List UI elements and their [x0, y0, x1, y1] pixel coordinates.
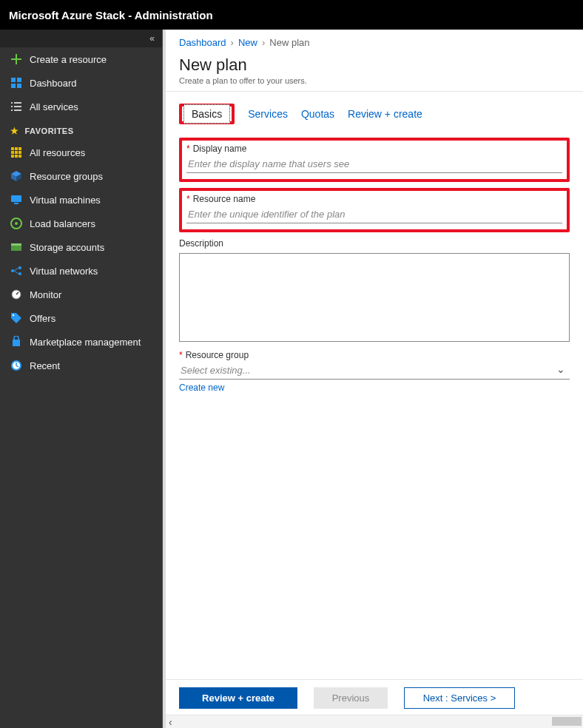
- resource-group-group: *Resource group Select existing... Creat…: [179, 350, 570, 393]
- display-name-input[interactable]: [186, 155, 562, 173]
- next-services-button[interactable]: Next : Services >: [404, 687, 515, 709]
- svg-rect-14: [15, 151, 18, 154]
- sidebar-item-storage-accounts[interactable]: Storage accounts: [0, 235, 162, 259]
- svg-rect-22: [11, 195, 21, 202]
- svg-rect-4: [11, 102, 13, 104]
- app-header: Microsoft Azure Stack - Administration: [0, 0, 583, 30]
- svg-rect-7: [14, 106, 21, 107]
- star-icon: ★: [10, 126, 19, 136]
- resource-name-label: *Resource name: [186, 194, 562, 204]
- tab-label: Basics: [183, 104, 230, 124]
- form-area: *Display name *Resource name Description…: [166, 124, 583, 679]
- favorites-label: FAVORITES: [25, 127, 74, 135]
- breadcrumb-current: New plan: [269, 37, 309, 48]
- tabs: Basics Services Quotas Review + create: [166, 92, 583, 124]
- select-placeholder: Select existing...: [181, 365, 251, 376]
- svg-rect-27: [11, 243, 21, 246]
- sidebar-all-services[interactable]: All services: [0, 95, 162, 118]
- svg-rect-10: [11, 147, 14, 150]
- storage-icon: [10, 241, 22, 253]
- display-name-group: *Display name: [179, 138, 570, 182]
- sidebar-item-virtual-machines[interactable]: Virtual machines: [0, 188, 162, 212]
- nav-label: All services: [30, 101, 78, 112]
- sidebar-item-recent[interactable]: Recent: [0, 354, 162, 377]
- review-create-button[interactable]: Review + create: [179, 687, 297, 709]
- network-icon: [10, 265, 22, 277]
- sidebar-item-marketplace[interactable]: Marketplace management: [0, 330, 162, 354]
- tab-basics[interactable]: Basics: [179, 104, 235, 124]
- sidebar-item-resource-groups[interactable]: Resource groups: [0, 164, 162, 188]
- sidebar-item-virtual-networks[interactable]: Virtual networks: [0, 259, 162, 283]
- svg-point-29: [18, 266, 21, 269]
- app-title: Microsoft Azure Stack - Administration: [9, 9, 213, 21]
- breadcrumb-dashboard[interactable]: Dashboard: [179, 37, 226, 48]
- svg-rect-0: [11, 78, 16, 82]
- create-new-rg-link[interactable]: Create new: [179, 382, 224, 393]
- shopping-bag-icon: [10, 336, 22, 348]
- sidebar-item-offers[interactable]: Offers: [0, 306, 162, 330]
- svg-point-25: [15, 222, 18, 225]
- sidebar-item-all-resources[interactable]: All resources: [0, 141, 162, 164]
- nav-label: Load balancers: [30, 218, 95, 229]
- nav-label: Monitor: [30, 289, 61, 300]
- svg-rect-23: [14, 203, 18, 204]
- nav-label: Offers: [30, 313, 55, 324]
- resource-group-label: *Resource group: [179, 350, 570, 360]
- svg-rect-1: [17, 78, 21, 82]
- dashboard-icon: [10, 77, 22, 89]
- svg-rect-17: [15, 155, 18, 158]
- sidebar-item-load-balancers[interactable]: Load balancers: [0, 212, 162, 235]
- clock-icon: [10, 360, 22, 371]
- chevron-right-icon: ›: [262, 37, 265, 48]
- sidebar-dashboard[interactable]: Dashboard: [0, 71, 162, 95]
- svg-rect-16: [11, 155, 14, 158]
- svg-rect-8: [11, 109, 13, 111]
- nav-label: Marketplace management: [30, 337, 141, 348]
- tab-review-create[interactable]: Review + create: [348, 105, 422, 123]
- monitor-icon: [10, 194, 22, 206]
- chevron-right-icon: ›: [231, 37, 234, 48]
- favorites-header: ★ FAVORITES: [0, 118, 162, 141]
- page-title: New plan: [179, 55, 570, 75]
- collapse-sidebar-button[interactable]: «: [0, 30, 162, 47]
- tag-icon: [10, 312, 22, 324]
- svg-rect-13: [11, 151, 14, 154]
- wizard-footer: Review + create Previous Next : Services…: [166, 679, 583, 709]
- resource-name-input[interactable]: [186, 206, 562, 223]
- tab-services[interactable]: Services: [248, 105, 288, 123]
- scroll-thumb[interactable]: [552, 717, 582, 726]
- nav-label: Virtual machines: [30, 195, 101, 206]
- scroll-left-icon: ‹: [169, 716, 172, 728]
- svg-rect-15: [18, 151, 21, 154]
- sidebar: « Create a resource Dashboard All servic…: [0, 30, 163, 728]
- svg-rect-2: [11, 84, 16, 88]
- nav-label: Virtual networks: [30, 266, 98, 277]
- previous-button: Previous: [314, 687, 388, 709]
- plus-icon: [10, 53, 22, 65]
- horizontal-scrollbar[interactable]: ‹: [166, 715, 583, 728]
- sidebar-create-resource[interactable]: Create a resource: [0, 47, 162, 71]
- svg-point-30: [18, 272, 21, 275]
- display-name-label: *Display name: [186, 144, 562, 154]
- nav-label: All resources: [30, 147, 85, 158]
- nav-label: Create a resource: [30, 54, 107, 65]
- svg-rect-3: [17, 84, 21, 88]
- svg-rect-12: [18, 147, 21, 150]
- svg-point-33: [13, 314, 14, 316]
- required-mark: *: [186, 194, 190, 204]
- tab-quotas[interactable]: Quotas: [301, 105, 334, 123]
- nav-label: Recent: [30, 360, 60, 371]
- resource-name-group: *Resource name: [179, 188, 570, 232]
- description-group: Description: [179, 238, 570, 344]
- grid-icon: [10, 146, 22, 158]
- chevron-double-left-icon: «: [149, 33, 155, 44]
- description-label: Description: [179, 238, 570, 249]
- description-textarea[interactable]: [179, 253, 570, 342]
- cube-icon: [10, 170, 22, 182]
- gauge-icon: [10, 289, 22, 300]
- sidebar-item-monitor[interactable]: Monitor: [0, 283, 162, 306]
- svg-rect-34: [13, 340, 20, 346]
- resource-group-select[interactable]: Select existing...: [179, 362, 570, 380]
- breadcrumb-new[interactable]: New: [238, 37, 257, 48]
- required-mark: *: [186, 144, 190, 154]
